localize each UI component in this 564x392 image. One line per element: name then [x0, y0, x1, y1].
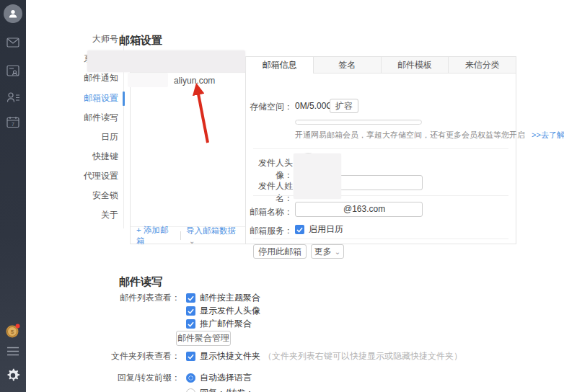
plus-icon: +: [136, 226, 141, 234]
nav-item-mail-readwrite[interactable]: 邮件读写: [52, 110, 118, 125]
promo-text: 开通网易邮箱会员，享超大存储空间，还有更多会员权益等您开启: [295, 130, 525, 139]
nav-item-master-account[interactable]: 大师号: [52, 32, 118, 46]
footer-divider: [180, 231, 181, 240]
expand-storage-button[interactable]: 扩容: [330, 99, 358, 113]
censored-account-name: [87, 50, 245, 72]
avatar: [4, 4, 22, 23]
storage-progress-bar: [295, 120, 422, 125]
account-list-footer: + 添加邮箱 导入邮箱数据 ⌄: [131, 226, 245, 244]
contacts-list-icon[interactable]: [0, 92, 26, 103]
reply-prefix-label: 回复/转发前缀：: [101, 372, 180, 384]
show-quick-folder-label: 显示快捷文件夹: [200, 350, 260, 362]
section-divider: [253, 195, 508, 196]
contact-card-icon[interactable]: [0, 65, 26, 77]
section-divider: [253, 239, 508, 239]
storage-label: 存储空间：: [246, 101, 293, 113]
checkbox-checked-icon[interactable]: [186, 352, 195, 361]
nav-item-calendar[interactable]: 日历: [52, 130, 118, 144]
mail-list-view-row: 邮件列表查看： 邮件按主题聚合: [101, 292, 260, 304]
mailbox-name-input[interactable]: @163.com: [295, 202, 423, 217]
hamburger-menu-icon[interactable]: [0, 347, 26, 356]
mailbox-info-panel: 邮箱信息 签名 邮件模板 来信分类 存储空间： 0M/5.00G 扩容 开通网易…: [245, 56, 516, 244]
checkbox-checked-icon[interactable]: [186, 293, 195, 303]
left-icon-rail: 7 $: [0, 0, 26, 392]
censored-input-value: [294, 153, 341, 199]
nav-item-mail-notification[interactable]: 邮件通知: [52, 71, 118, 85]
user-avatar-icon[interactable]: [0, 4, 26, 23]
mail-master-settings-window: 7 $ 大师号 系统设置 邮件通知 邮箱设置 邮件读写 日历 快捷键 代理设置 …: [0, 0, 564, 392]
quick-folder-note: （文件夹列表右键可以快捷显示或隐藏快捷文件夹）: [263, 350, 462, 362]
svg-text:7: 7: [12, 122, 14, 127]
folder-list-view-row: 文件夹列表查看： 显示快捷文件夹 （文件夹列表右键可以快捷显示或隐藏快捷文件夹）: [101, 350, 462, 362]
settings-gear-icon[interactable]: [0, 368, 26, 383]
folder-list-view-label: 文件夹列表查看：: [101, 350, 180, 362]
chevron-down-icon: ⌄: [335, 248, 340, 256]
import-mailbox-data-button[interactable]: 导入邮箱数据 ⌄: [186, 226, 245, 245]
nav-item-about[interactable]: 关于: [52, 208, 118, 222]
mailbox-name-label: 邮箱名称：: [246, 206, 293, 218]
aggregate-by-subject-label: 邮件按主题聚合: [200, 292, 260, 304]
reply-prefix-row: 回复/转发前缀： 自动选择语言: [101, 372, 252, 384]
mail-list-view-label: 邮件列表查看：: [101, 292, 180, 304]
enable-calendar-option[interactable]: 启用日历: [295, 223, 343, 236]
rewards-coin-icon[interactable]: $: [0, 323, 26, 339]
nav-item-mailbox-settings[interactable]: 邮箱设置: [52, 91, 118, 105]
checkbox-checked-icon[interactable]: [186, 319, 195, 329]
censored-account-name: [128, 73, 168, 87]
mail-envelope-icon[interactable]: [0, 37, 26, 48]
promo-mail-aggregate-label: 推广邮件聚合: [200, 318, 252, 330]
enable-calendar-label: 启用日历: [309, 223, 343, 236]
add-mailbox-button[interactable]: + 添加邮箱: [136, 225, 175, 246]
radio-selected-icon[interactable]: [186, 373, 195, 383]
membership-promo: 开通网易邮箱会员，享超大存储空间，还有更多会员权益等您开启 >>去了解: [295, 130, 564, 141]
svg-text:$: $: [11, 329, 14, 335]
auto-language-label: 自动选择语言: [200, 372, 252, 384]
tab-incoming-classification[interactable]: 来信分类: [448, 57, 516, 74]
reply-forward-prefix-row: 回复：/转发：: [101, 387, 254, 392]
calendar-day-7-icon[interactable]: 7: [0, 116, 26, 128]
tab-bar: 邮箱信息 签名 邮件模板 来信分类: [246, 57, 516, 74]
checkbox-checked-icon[interactable]: [295, 225, 304, 234]
tab-signature[interactable]: 签名: [313, 57, 381, 74]
mail-aggregate-manage-button[interactable]: 邮件聚合管理: [176, 331, 231, 346]
tab-mailbox-info[interactable]: 邮箱信息: [246, 57, 313, 74]
page-title: 邮箱设置: [119, 34, 162, 48]
chevron-down-icon: ⌄: [189, 237, 195, 245]
nav-item-shortcuts[interactable]: 快捷键: [52, 149, 118, 164]
more-button[interactable]: 更多 ⌄: [311, 244, 344, 259]
section-divider: [253, 148, 508, 149]
checkbox-checked-icon[interactable]: [186, 306, 195, 316]
promo-mail-aggregate-row: 推广邮件聚合: [101, 318, 252, 330]
show-sender-avatar-row: 显示发件人头像: [101, 305, 260, 317]
red-arrow-annotation: [185, 76, 216, 146]
radio-unselected-icon[interactable]: [186, 388, 195, 392]
nav-item-proxy-settings[interactable]: 代理设置: [52, 169, 118, 183]
disable-mailbox-button[interactable]: 停用此邮箱: [253, 244, 307, 259]
tab-mail-template[interactable]: 邮件模板: [381, 57, 449, 74]
nav-item-security-lock[interactable]: 安全锁: [52, 188, 118, 202]
mailbox-info-body: 存储空间： 0M/5.00G 扩容 开通网易邮箱会员，享超大存储空间，还有更多会…: [246, 74, 516, 244]
readwrite-section-title: 邮件读写: [119, 275, 162, 289]
mailbox-service-label: 邮箱服务：: [246, 225, 293, 237]
show-sender-avatar-label: 显示发件人头像: [200, 305, 260, 317]
active-nav-indicator: [123, 92, 125, 106]
sender-avatar-label: 发件人头像：: [246, 157, 293, 182]
storage-value: 0M/5.00G: [295, 101, 333, 111]
reply-forward-label: 回复：/转发：: [200, 387, 254, 392]
sender-name-label: 发件人姓名：: [246, 180, 293, 205]
learn-more-link[interactable]: >>去了解: [532, 130, 564, 139]
